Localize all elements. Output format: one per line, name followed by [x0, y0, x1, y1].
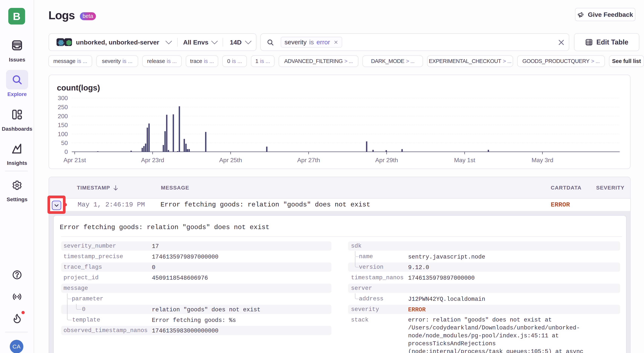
svg-text:100: 100	[58, 131, 68, 137]
svg-text:250: 250	[58, 104, 68, 111]
svg-text:200: 200	[58, 113, 68, 120]
svg-text:300: 300	[58, 95, 68, 102]
svg-text:Apr 21st: Apr 21st	[64, 157, 86, 163]
svg-text:0: 0	[64, 148, 68, 155]
svg-text:May 3rd: May 3rd	[532, 157, 553, 163]
svg-text:Apr 27th: Apr 27th	[297, 157, 320, 163]
svg-text:50: 50	[61, 140, 68, 146]
svg-text:May 1st: May 1st	[454, 157, 475, 163]
svg-text:150: 150	[58, 122, 68, 128]
svg-text:Apr 29th: Apr 29th	[375, 157, 398, 163]
svg-text:Apr 23rd: Apr 23rd	[141, 157, 164, 163]
svg-text:Apr 25th: Apr 25th	[219, 157, 242, 163]
